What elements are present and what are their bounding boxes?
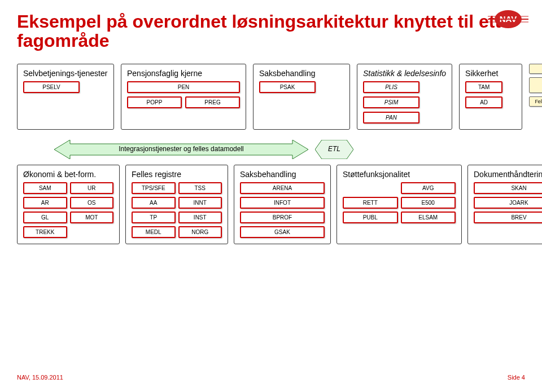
comp-tam: TAM [465, 81, 502, 93]
comp-mot: MOT [70, 212, 114, 223]
integration-arrow: Integrasjonstjenester og felles datamode… [54, 140, 308, 159]
card-title: Sikkerhet [465, 69, 516, 78]
comp-tp: TP [132, 212, 176, 223]
comp-trekk: TREKK [23, 226, 67, 238]
comp-brev: BREV [474, 212, 542, 223]
comp-pan: PAN [363, 112, 419, 124]
card-title: Saksbehandling [259, 69, 344, 78]
card-title: Økonomi & bet-form. [23, 170, 113, 179]
top-row: Selvbetjenings-tjenester PSELV Pensjonsf… [17, 64, 525, 130]
card-fellesregistre: Felles registre TPS/SFE TSS AA INNT TP I… [125, 165, 228, 244]
card-title: Statistikk & ledelsesinfo [363, 69, 446, 78]
card-saksbehandling-top: Saksbehandling PSAK [253, 64, 350, 130]
card-saksbehandling-bottom: Saksbehandling ARENA INFOT BPROF GSAK [234, 165, 331, 244]
comp-rett: RETT [343, 197, 398, 209]
divider [17, 369, 525, 371]
comp-medl: MEDL [132, 226, 176, 238]
legend-felleskomponenter: Felles NAV-komponenter [529, 96, 542, 107]
card-title: Pensjonsfaglig kjerne [127, 69, 240, 78]
integration-row: Integrasjonstjenester og felles datamode… [54, 140, 525, 159]
comp-aa: AA [132, 197, 176, 209]
comp-tss: TSS [178, 182, 222, 194]
page-title: Eksempel på overordnet løsningsarkitektu… [17, 12, 525, 50]
comp-pen: PEN [127, 81, 240, 93]
card-title: Støttefunksjonalitet [343, 170, 456, 179]
comp-ad: AD [465, 96, 502, 108]
legend-pensjonskomponenter: Pensjonsfaglige komponenter [529, 77, 542, 93]
comp-inst: INST [178, 212, 222, 223]
legend-column: Brukerflater Pensjonsfaglige komponenter… [529, 64, 542, 130]
card-selvbetjening: Selvbetjenings-tjenester PSELV [17, 64, 114, 130]
divider [17, 56, 525, 57]
comp-publ: PUBL [343, 212, 398, 223]
comp-innt: INNT [178, 197, 222, 209]
card-dokumenthandtering: Dokumenthåndtering SKAN JOARK BREV [467, 165, 542, 244]
footer-date: NAV, 15.09.2011 [17, 374, 63, 381]
comp-gl: GL [23, 212, 67, 223]
comp-infot: INFOT [240, 197, 325, 209]
comp-ur: UR [70, 182, 114, 194]
etl-label: ETL [315, 145, 353, 153]
comp-arena: ARENA [240, 182, 325, 194]
card-statistikk: Statistikk & ledelsesinfo PLIS PSIM PAN [357, 64, 452, 130]
comp-gsak: GSAK [240, 226, 325, 238]
card-kjerne: Pensjonsfaglig kjerne PEN POPP PREG [121, 64, 246, 130]
comp-avg: AVG [401, 182, 456, 194]
comp-e500: E500 [401, 197, 456, 209]
card-stottefunksjonalitet: Støttefunksjonalitet AVG RETT E500 PUBL … [336, 165, 462, 244]
card-title: Dokumenthåndtering [474, 170, 542, 179]
comp-sam: SAM [23, 182, 67, 194]
bottom-row: Økonomi & bet-form. SAM UR AR OS GL MOT … [17, 165, 525, 244]
comp-norg: NORG [178, 226, 222, 238]
comp-psak: PSAK [259, 81, 316, 93]
legend-brukerflater: Brukerflater [529, 64, 542, 74]
comp-bprof: BPROF [240, 212, 325, 223]
comp-joark: JOARK [474, 197, 542, 209]
comp-tpssfe: TPS/SFE [132, 182, 176, 194]
etl-shape: ETL [315, 140, 353, 159]
comp-plis: PLIS [363, 81, 419, 93]
integration-label: Integrasjonstjenester og felles datamode… [54, 145, 308, 153]
comp-ar: AR [23, 197, 67, 209]
comp-skan: SKAN [474, 182, 542, 194]
comp-elsam: ELSAM [401, 212, 456, 223]
comp-preg: PREG [185, 96, 240, 108]
card-title: Selvbetjenings-tjenester [23, 69, 108, 78]
footer-page: Side 4 [508, 374, 525, 381]
nav-logo: NAV [488, 8, 528, 30]
card-title: Saksbehandling [240, 170, 325, 179]
comp-psim: PSIM [363, 96, 419, 108]
card-sikkerhet: Sikkerhet TAM AD [459, 64, 522, 130]
comp-os: OS [70, 197, 114, 209]
card-title: Felles registre [132, 170, 222, 179]
comp-popp: POPP [127, 96, 182, 108]
comp-pselv: PSELV [23, 81, 80, 93]
card-okonomi: Økonomi & bet-form. SAM UR AR OS GL MOT … [17, 165, 120, 244]
footer: NAV, 15.09.2011 Side 4 [17, 374, 525, 381]
